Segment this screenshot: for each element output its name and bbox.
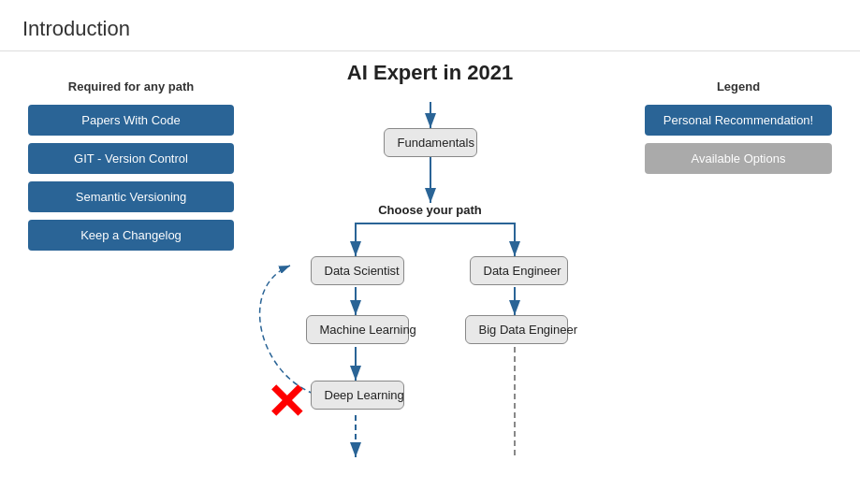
node-deep-learning: Deep Learning — [311, 381, 404, 410]
diagram-area: Fundamentals Choose your path Data Scien… — [253, 102, 608, 476]
node-data-engineer: Data Engineer — [470, 256, 568, 285]
legend-title: Legend — [645, 79, 832, 94]
btn-semantic-versioning[interactable]: Semantic Versioning — [28, 181, 234, 212]
btn-git-version-control[interactable]: GIT - Version Control — [28, 143, 234, 174]
legend-personal-recommendation[interactable]: Personal Recommendation! — [645, 105, 832, 136]
node-big-data-engineer: Big Data Engineer — [465, 315, 568, 344]
left-panel: Required for any path Papers With Code G… — [28, 79, 234, 258]
legend-available-options[interactable]: Available Options — [645, 143, 832, 174]
diagram-title: AI Expert in 2021 — [253, 61, 608, 85]
legend-panel: Legend Personal Recommendation! Availabl… — [645, 79, 832, 174]
node-machine-learning: Machine Learning — [306, 315, 409, 344]
red-x-icon: ✕ — [266, 378, 307, 426]
btn-papers-with-code[interactable]: Papers With Code — [28, 105, 234, 136]
page-title: Introduction — [0, 0, 860, 51]
node-data-scientist: Data Scientist — [311, 256, 404, 285]
node-fundamentals: Fundamentals — [384, 128, 477, 157]
choose-path-label: Choose your path — [360, 203, 501, 217]
center-diagram: AI Expert in 2021 — [253, 61, 608, 476]
required-heading: Required for any path — [28, 79, 234, 94]
btn-keep-changelog[interactable]: Keep a Changelog — [28, 220, 234, 251]
